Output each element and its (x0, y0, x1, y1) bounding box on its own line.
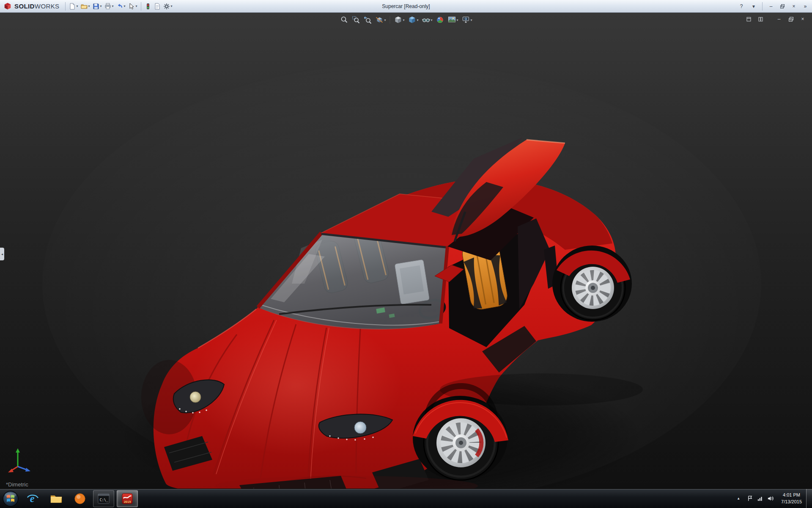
open-document-icon (81, 3, 88, 10)
rebuild-icon (145, 3, 151, 10)
apply-scene-button[interactable]: ▾ (447, 15, 460, 25)
undo-button[interactable]: ▾ (115, 1, 127, 11)
dropdown-arrow-icon[interactable]: ▾ (136, 5, 137, 8)
hide-show-items-button[interactable]: ▾ (421, 15, 434, 25)
view-settings-icon (462, 16, 470, 24)
apply-scene-icon (448, 16, 456, 24)
taskbar-clock[interactable]: 4:01 PM 7/13/2015 (777, 492, 806, 505)
dropdown-arrow-icon[interactable]: ▾ (384, 18, 386, 22)
new-document-button[interactable]: ▾ (68, 1, 80, 11)
previous-view-icon (363, 16, 372, 24)
svg-text:2015: 2015 (124, 500, 131, 504)
hide-show-items-icon (422, 16, 431, 24)
new-window-icon (746, 17, 751, 22)
document-restore-button[interactable] (787, 15, 795, 23)
help-dropdown-arrow-icon[interactable]: ▾ (749, 2, 759, 11)
show-desktop-button[interactable] (806, 489, 812, 508)
taskbar-media-player-button[interactable] (69, 490, 91, 507)
start-button[interactable] (2, 490, 19, 508)
dropdown-arrow-icon[interactable]: ▾ (457, 18, 458, 22)
graphics-viewport[interactable]: ▾ ▾ ▾ ▾ ▾ ▾ (0, 13, 812, 489)
taskbar: e C:\_ 2015 (0, 489, 812, 508)
open-document-button[interactable]: ▾ (80, 1, 91, 11)
volume-icon[interactable] (767, 495, 774, 502)
new-document-icon (69, 3, 76, 10)
dropdown-arrow-icon[interactable]: ▾ (112, 5, 114, 8)
document-restore-icon (789, 17, 793, 22)
section-view-button[interactable]: ▾ (374, 15, 387, 25)
minimize-button[interactable]: – (766, 2, 776, 11)
document-minimize-button[interactable]: – (775, 15, 783, 23)
supercar-3d-model[interactable] (0, 13, 812, 489)
select-button[interactable]: ▾ (127, 1, 139, 11)
separator (65, 2, 66, 11)
show-hidden-icons-button[interactable]: ▲ (733, 497, 743, 500)
document-window-controls: – × (744, 15, 807, 23)
rebuild-button[interactable] (143, 1, 153, 11)
print-button[interactable]: ▾ (103, 1, 115, 11)
view-orientation-label: *Dimetric (6, 481, 28, 488)
close-button[interactable]: × (789, 2, 799, 11)
flyout-arrow-icon: ◂ (1, 252, 3, 256)
reference-triad[interactable] (6, 445, 36, 478)
dropdown-arrow-icon[interactable]: ▾ (417, 18, 418, 22)
system-tray: ▲ 4:01 PM 7/13/2015 (733, 489, 812, 508)
display-style-icon (408, 16, 416, 24)
new-window-button[interactable] (744, 15, 753, 23)
action-center-flag-icon[interactable] (747, 495, 753, 502)
dropdown-arrow-icon[interactable]: ▾ (431, 18, 433, 22)
options-button[interactable]: ▾ (162, 1, 174, 11)
file-properties-icon (154, 3, 161, 10)
dropdown-arrow-icon[interactable]: ▾ (100, 5, 102, 8)
undo-icon (116, 3, 123, 10)
expand-toolbar-icon[interactable]: » (800, 2, 810, 11)
taskbar-solidworks-button[interactable]: 2015 (117, 490, 138, 507)
media-player-icon (74, 492, 86, 505)
previous-view-button[interactable] (362, 15, 373, 25)
zoom-to-area-button[interactable] (350, 15, 361, 25)
title-bar: SOLIDWORKS ▾ ▾ ▾ ▾ ▾ ▾ ▾ Supercar [Read-… (0, 0, 812, 13)
file-properties-button[interactable] (153, 1, 162, 11)
taskbar-internet-explorer-button[interactable]: e (22, 490, 43, 507)
rear-wheel[interactable] (552, 246, 632, 322)
edit-appearance-ball-icon (436, 16, 444, 24)
view-settings-button[interactable]: ▾ (461, 15, 474, 25)
heads-up-view-toolbar: ▾ ▾ ▾ ▾ ▾ ▾ (338, 15, 473, 25)
zoom-to-area-icon (351, 16, 360, 24)
dropdown-arrow-icon[interactable]: ▾ (471, 18, 472, 22)
document-close-button[interactable]: × (798, 15, 807, 23)
clock-time: 4:01 PM (781, 492, 802, 498)
internet-explorer-icon: e (26, 492, 39, 505)
dropdown-arrow-icon[interactable]: ▾ (124, 5, 126, 8)
svg-text:e: e (30, 493, 35, 504)
dropdown-arrow-icon[interactable]: ▾ (88, 5, 90, 8)
svg-text:C:\_: C:\_ (100, 497, 109, 502)
print-icon (104, 3, 111, 10)
separator (390, 16, 390, 24)
select-cursor-icon (128, 3, 135, 10)
network-icon[interactable] (757, 495, 763, 502)
edit-appearance-button[interactable] (435, 15, 446, 25)
taskbar-command-prompt-button[interactable]: C:\_ (93, 490, 114, 507)
save-button[interactable]: ▾ (91, 1, 103, 11)
display-style-button[interactable]: ▾ (406, 15, 420, 25)
separator (141, 2, 141, 11)
zoom-to-fit-button[interactable] (338, 15, 349, 25)
z-axis[interactable] (18, 467, 27, 470)
dropdown-arrow-icon[interactable]: ▾ (171, 5, 173, 8)
tile-windows-button[interactable] (756, 15, 765, 23)
dropdown-arrow-icon[interactable]: ▾ (77, 5, 78, 8)
taskbar-windows-explorer-button[interactable] (46, 490, 67, 507)
tile-windows-icon (758, 17, 763, 22)
dropdown-arrow-icon[interactable]: ▾ (403, 18, 404, 22)
solidworks-2015-icon: 2015 (121, 492, 134, 505)
folder-icon (50, 492, 63, 505)
restore-button[interactable] (777, 2, 787, 11)
window-controls: ? ▾ – × » (736, 2, 810, 11)
feature-tree-flyout-handle[interactable]: ◂ (0, 248, 4, 260)
view-orientation-button[interactable]: ▾ (392, 15, 406, 25)
clock-date: 7/13/2015 (781, 499, 802, 505)
help-button[interactable]: ? (736, 2, 746, 11)
separator (762, 2, 763, 11)
options-gear-icon (163, 3, 170, 10)
